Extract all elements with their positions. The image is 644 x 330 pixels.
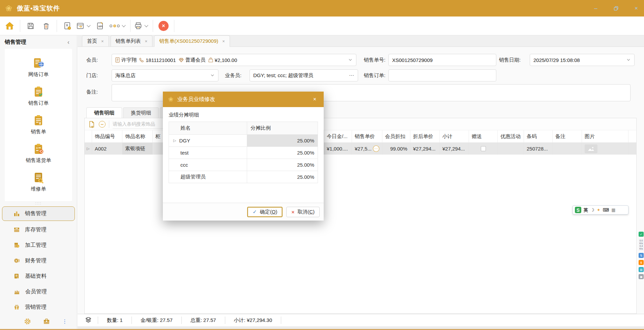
tab-home[interactable]: 首页 ×	[82, 35, 109, 46]
header-today-gold[interactable]: 今日金/...	[324, 130, 352, 142]
detail-tab-exchange[interactable]: 换货明细	[123, 107, 159, 118]
cell-barcode[interactable]: 250728...	[524, 143, 553, 155]
cell-promotion[interactable]	[498, 143, 524, 155]
cell-picture[interactable]	[582, 143, 628, 155]
sidebar-item-finance-management[interactable]: ¥ 财务管理	[2, 253, 75, 268]
order-no-field[interactable]	[388, 54, 496, 66]
toolbox-icon[interactable]	[43, 318, 50, 325]
print-button[interactable]	[134, 19, 149, 33]
header-promotion[interactable]: 优惠活动	[498, 130, 524, 142]
tab-sales-slip-active[interactable]: 销售单(XS001250729009) ×	[154, 35, 230, 47]
skin-icon[interactable]: ✦	[597, 207, 601, 212]
chevron-down-icon[interactable]	[627, 58, 630, 61]
delete-button[interactable]	[39, 19, 53, 33]
member-combobox[interactable]: 许宇翔 18111210001 普通会员 ¥2,100.00	[112, 54, 356, 66]
cell-member-discount[interactable]: 99.00%	[382, 143, 410, 155]
cell-subtotal[interactable]: ¥27,294...	[440, 143, 469, 155]
sidebar-item-sales-management[interactable]: 销售管理	[2, 206, 75, 221]
settings-gear-icon[interactable]	[24, 318, 31, 325]
dialog-titlebar[interactable]: ❀ 业务员业绩修改 ×	[163, 92, 324, 107]
moon-icon[interactable]: ☽	[590, 207, 594, 212]
safety-check-icon[interactable]: ✓	[639, 232, 644, 237]
header-barcode[interactable]: 条码	[524, 130, 553, 142]
sidebar-collapse-button[interactable]: ‹	[65, 39, 72, 46]
header-remark[interactable]: 备注	[553, 130, 582, 142]
allocation-row[interactable]: ▷ DGY 25.00%	[169, 135, 318, 147]
tab-close-icon[interactable]: ×	[101, 39, 104, 44]
header-member-discount[interactable]: 会员折扣	[382, 130, 410, 142]
ok-button[interactable]: ✓ 确定(O)	[247, 207, 283, 217]
cell-remark[interactable]	[553, 143, 582, 155]
expander-icon[interactable]: ▷	[173, 138, 176, 143]
allocation-ratio-cell[interactable]: 25.00%	[247, 135, 318, 146]
save-button[interactable]	[24, 19, 37, 33]
layers-icon[interactable]	[85, 317, 92, 323]
header-subtotal[interactable]: 小计	[440, 130, 469, 142]
home-button[interactable]	[3, 19, 16, 33]
header-discounted-price[interactable]: 折后单价	[410, 130, 440, 142]
sidebar-more-menu[interactable]: ⋮	[62, 318, 67, 325]
order-no-input[interactable]	[392, 57, 493, 63]
sidebar-item-member-management[interactable]: 会员管理	[2, 284, 75, 299]
ime-mode-toggle[interactable]: 英	[584, 207, 588, 213]
cancel-button[interactable]: × 取消(C)	[286, 207, 320, 217]
salesman-field[interactable]: DGY; test; ccc; 超级管理员 ⋯	[250, 69, 358, 81]
payment-document-button[interactable]: ¥	[61, 19, 74, 33]
sidebar-item-marketing-management[interactable]: 营销管理	[2, 299, 75, 315]
keyboard-icon[interactable]: ⌨	[603, 207, 609, 212]
stock-out-button[interactable]	[76, 19, 91, 33]
tab-sales-list[interactable]: 销售单列表 ×	[111, 35, 153, 46]
window-minimize-button[interactable]: –	[591, 3, 601, 13]
allocation-row[interactable]: ccc 25.00%	[169, 159, 318, 171]
salesman-more-button[interactable]: ⋯	[349, 72, 354, 78]
detail-tab-sales[interactable]: 销售明细	[86, 107, 122, 118]
sidebar-item-inventory-management[interactable]: 库存管理	[2, 222, 75, 237]
add-item-icon[interactable]	[88, 121, 95, 128]
cell-discounted-price[interactable]: ¥27,294...	[410, 143, 440, 155]
remove-item-icon[interactable]: –	[99, 121, 106, 128]
window-close-button[interactable]: ×	[631, 3, 641, 13]
date-picker[interactable]: 2025/07/29 15:08:08	[530, 54, 635, 66]
cell-sale-price[interactable]: ¥27,5... ⋯	[352, 143, 382, 155]
sidebar-shortcut-web-order[interactable]: 网络订单	[5, 58, 72, 78]
arrows-widget-icon[interactable]: ⇅	[639, 253, 644, 258]
row-expander[interactable]: ▷	[85, 143, 92, 155]
cell-item-name[interactable]: 素银项链	[122, 143, 153, 155]
allocation-ratio-cell[interactable]: 25.00%	[247, 147, 318, 159]
allocation-ratio-cell[interactable]: 25.00%	[247, 159, 318, 171]
sidebar-shortcut-sales-order[interactable]: 销售订单	[5, 86, 72, 106]
header-sale-price[interactable]: 销售单价	[352, 130, 382, 142]
tab-close-icon[interactable]: ×	[222, 39, 225, 44]
sidebar-item-processing-management[interactable]: 加工管理	[2, 237, 75, 253]
chevron-down-icon[interactable]	[211, 73, 214, 76]
header-picture[interactable]: 图片	[582, 130, 628, 142]
sales-order-field[interactable]	[388, 69, 496, 81]
more-actions-button[interactable]	[109, 19, 126, 33]
kpi-button[interactable]: KPI	[93, 19, 107, 33]
cell-today-gold[interactable]: ¥1,000....	[324, 143, 352, 155]
sidebar-splitter-handle[interactable]: ::::	[0, 201, 77, 206]
sogou-logo-icon[interactable]: S	[575, 207, 581, 213]
sales-order-input[interactable]	[392, 73, 493, 78]
store-combobox[interactable]: 海珠总店	[112, 69, 218, 81]
sidebar-shortcut-sales-return[interactable]: 销售退货单	[5, 143, 72, 164]
sidebar-shortcut-sales-slip[interactable]: ¥ 销售单	[5, 115, 72, 135]
sogou-tray-icon[interactable]: S	[639, 260, 644, 265]
header-item-name[interactable]: 饰品名称	[122, 130, 153, 142]
window-restore-button[interactable]	[611, 3, 621, 13]
chevron-down-icon[interactable]	[349, 58, 352, 61]
gift-checkbox[interactable]	[481, 146, 486, 151]
chart-widget-icon[interactable]: ▥	[639, 267, 644, 272]
header-name[interactable]: 姓名	[169, 122, 247, 134]
sidebar-shortcut-repair-order[interactable]: 维修单	[5, 172, 72, 192]
allocation-ratio-cell[interactable]: 25.00%	[247, 171, 318, 183]
cell-item-code[interactable]: A002	[92, 143, 122, 155]
toolbox-grid-icon[interactable]: ▦	[611, 207, 615, 212]
tab-close-icon[interactable]: ×	[145, 39, 148, 44]
header-item-code[interactable]: 饰品编号	[92, 130, 122, 142]
allocation-row[interactable]: test 25.00%	[169, 147, 318, 159]
allocation-row[interactable]: 超级管理员 25.00%	[169, 171, 318, 183]
header-gift[interactable]: 赠送	[469, 130, 498, 142]
dialog-close-button[interactable]: ×	[311, 96, 318, 103]
price-ellipsis-button[interactable]: ⋯	[373, 145, 379, 152]
